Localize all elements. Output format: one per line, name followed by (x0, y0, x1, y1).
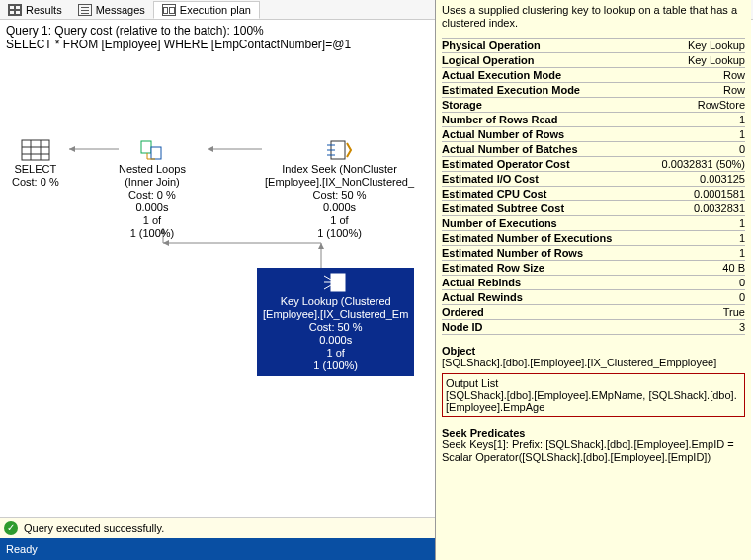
property-key: Node ID (442, 321, 739, 333)
operator-description: Uses a supplied clustering key to lookup… (442, 4, 745, 30)
object-heading: Object (442, 345, 745, 357)
property-value: Row (723, 84, 745, 96)
key-lookup-icon (321, 272, 351, 293)
property-value: Key Lookup (688, 40, 745, 51)
property-row: Actual Number of Batches0 (442, 141, 745, 156)
node-key-title: Key Lookup (Clustered (263, 295, 408, 308)
property-key: Number of Executions (442, 217, 739, 229)
property-row: Estimated CPU Cost0.0001581 (442, 186, 745, 200)
property-value: 1 (739, 217, 745, 229)
property-value: 0 (739, 143, 745, 155)
property-value: 1 (739, 247, 745, 259)
property-key: Estimated Operator Cost (442, 158, 662, 170)
node-nl-cost: Cost: 0 % (119, 189, 186, 201)
svg-rect-12 (151, 147, 161, 159)
property-key: Actual Execution Mode (442, 69, 723, 81)
node-seek-rows2: 1 (100%) (265, 227, 414, 240)
node-nl-sub: (Inner Join) (119, 176, 186, 189)
tab-messages-label: Messages (96, 4, 145, 16)
node-index-seek[interactable]: Index Seek (NonCluster [Employee].[IX_No… (265, 139, 414, 240)
output-heading: Output List (446, 377, 741, 389)
node-nl-rows2: 1 (100%) (119, 227, 186, 240)
node-seek-time: 0.000s (265, 201, 414, 214)
success-icon: ✓ (4, 521, 18, 535)
property-row: Estimated Number of Executions1 (442, 230, 745, 245)
output-value: [SQLShack].[dbo].[Employee].EMpName, [SQ… (446, 389, 741, 413)
node-key-rows2: 1 (100%) (263, 360, 408, 372)
node-nl-title: Nested Loops (119, 163, 186, 176)
property-row: Estimated Execution ModeRow (442, 82, 745, 97)
plan-canvas[interactable]: SELECT Cost: 0 % Nested Loops (Inner Joi… (0, 55, 435, 371)
query-sql-line: SELECT * FROM [Employee] WHERE [EmpConta… (6, 38, 429, 51)
execution-plan-pane: Query 1: Query cost (relative to the bat… (0, 20, 435, 507)
svg-rect-6 (22, 140, 49, 160)
property-value: Row (723, 69, 745, 81)
property-row: Actual Rebinds0 (442, 275, 745, 289)
node-select[interactable]: SELECT Cost: 0 % (12, 139, 59, 189)
seek-predicates-section: Seek Predicates Seek Keys[1]: Prefix: [S… (442, 427, 745, 464)
property-key: Estimated CPU Cost (442, 188, 694, 200)
property-row: Actual Number of Rows1 (442, 126, 745, 141)
property-key: Estimated I/O Cost (442, 173, 700, 185)
property-key: Physical Operation (442, 40, 688, 51)
property-value: 0.0032831 (50%) (662, 158, 745, 170)
property-value: 0 (739, 277, 745, 288)
table-icon (21, 139, 50, 161)
property-value: Key Lookup (688, 54, 745, 66)
node-select-title: SELECT (12, 163, 59, 176)
property-value: 0.0001581 (694, 188, 745, 200)
node-key-sub: [Employee].[IX_Clustered_Em (263, 308, 408, 321)
property-key: Estimated Execution Mode (442, 84, 723, 96)
index-seek-icon (325, 139, 355, 161)
property-key: Estimated Number of Executions (442, 232, 739, 244)
property-row: Number of Executions1 (442, 215, 745, 230)
property-key: Logical Operation (442, 54, 688, 66)
properties-pane[interactable]: Uses a supplied clustering key to lookup… (435, 0, 751, 560)
property-value: 0.003125 (700, 173, 745, 185)
node-key-cost: Cost: 50 % (263, 321, 408, 334)
property-key: Estimated Subtree Cost (442, 202, 694, 214)
property-row: OrderedTrue (442, 304, 745, 319)
tab-execution-plan[interactable]: Execution plan (153, 1, 260, 19)
svg-rect-11 (141, 141, 151, 153)
property-row: Estimated I/O Cost0.003125 (442, 171, 745, 186)
svg-rect-14 (331, 274, 345, 291)
output-list-section: Output List [SQLShack].[dbo].[Employee].… (442, 373, 745, 417)
node-nested-loops[interactable]: Nested Loops (Inner Join) Cost: 0 % 0.00… (119, 139, 186, 240)
node-seek-title: Index Seek (NonCluster (265, 163, 414, 176)
node-seek-cost: Cost: 50 % (265, 189, 414, 201)
property-key: Number of Rows Read (442, 114, 739, 125)
tab-results[interactable]: Results (0, 2, 70, 18)
property-row: Estimated Number of Rows1 (442, 245, 745, 260)
status-text: Query executed successfully. (24, 522, 164, 534)
object-value: [SQLShack].[dbo].[Employee].[IX_Clustere… (442, 357, 745, 369)
property-row: Estimated Subtree Cost0.0032831 (442, 200, 745, 215)
tab-results-label: Results (26, 4, 62, 16)
node-key-lookup[interactable]: Key Lookup (Clustered [Employee].[IX_Clu… (257, 268, 414, 376)
property-key: Actual Number of Batches (442, 143, 739, 155)
node-nl-rows1: 1 of (119, 214, 186, 227)
property-row: Number of Rows Read1 (442, 112, 745, 126)
plan-icon (162, 4, 176, 16)
seek-heading: Seek Predicates (442, 427, 745, 439)
query-header: Query 1: Query cost (relative to the bat… (0, 20, 435, 55)
node-nl-time: 0.000s (119, 201, 186, 214)
object-section: Object [SQLShack].[dbo].[Employee].[IX_C… (442, 345, 745, 369)
property-value: 1 (739, 128, 745, 140)
property-key: Actual Rebinds (442, 277, 739, 288)
property-key: Ordered (442, 306, 723, 318)
property-value: 3 (739, 321, 745, 333)
property-row: Node ID3 (442, 319, 745, 335)
property-key: Estimated Row Size (442, 262, 722, 274)
property-row: StorageRowStore (442, 97, 745, 112)
node-key-time: 0.000s (263, 334, 408, 347)
property-row: Estimated Row Size40 B (442, 260, 745, 275)
property-value: 40 B (722, 262, 745, 274)
tab-plan-label: Execution plan (180, 4, 251, 16)
property-value: 1 (739, 114, 745, 125)
property-row: Actual Execution ModeRow (442, 67, 745, 82)
node-seek-sub: [Employee].[IX_NonClustered_ (265, 176, 414, 189)
tab-messages[interactable]: Messages (70, 2, 153, 18)
ready-text: Ready (6, 543, 38, 555)
query-cost-line: Query 1: Query cost (relative to the bat… (6, 24, 429, 38)
